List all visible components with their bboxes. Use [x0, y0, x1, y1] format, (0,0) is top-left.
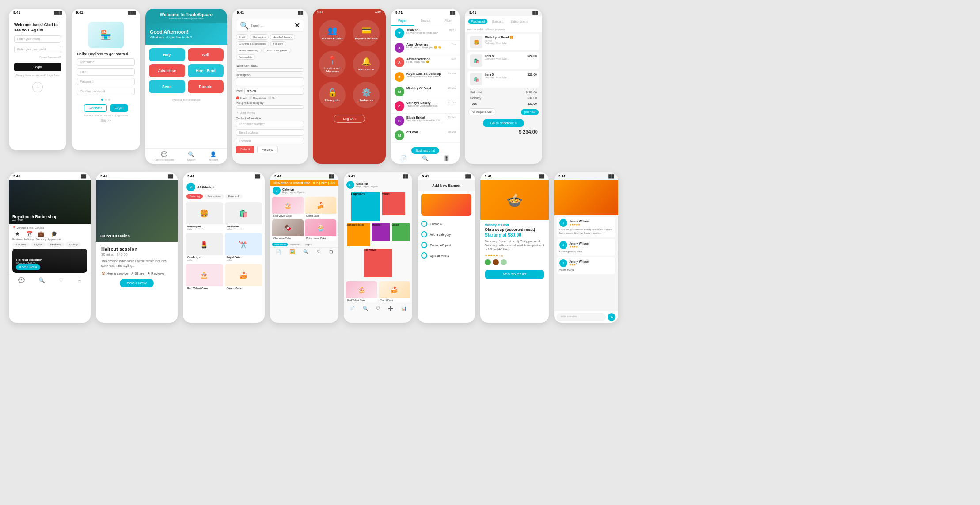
desc-input[interactable]: [236, 77, 304, 86]
product-royal[interactable]: ✂️ Royal Cuts... seller: [225, 233, 262, 262]
bubble-vegan[interactable]: Vegan: [382, 192, 405, 215]
bubble-red-velvet[interactable]: Red Velvet: [364, 249, 392, 277]
tag-outdoors[interactable]: Outdoors & garden: [263, 48, 292, 53]
tab-filter[interactable]: Filter: [437, 16, 460, 26]
sell-button[interactable]: Sell: [188, 48, 224, 61]
product-ministry[interactable]: 🍔 Ministry of... seller: [186, 202, 223, 231]
bubble-custom[interactable]: Custom: [392, 223, 410, 241]
close-icon-search[interactable]: ✕: [294, 21, 300, 30]
register-link[interactable]: Already have an account? Login Now: [14, 74, 61, 77]
stat-apprentice[interactable]: 🎓 Apprentice: [48, 231, 61, 241]
nav-search-bk[interactable]: 🔍: [303, 249, 308, 254]
tab-standard[interactable]: Standard: [489, 19, 506, 24]
password-field-reg[interactable]: Password: [77, 78, 135, 85]
tag-auto[interactable]: Automobile: [236, 54, 255, 60]
tag-cupcakes[interactable]: cupcakes: [289, 243, 302, 246]
nav-search[interactable]: 🔍 Search: [187, 151, 195, 161]
color-green[interactable]: [485, 259, 491, 265]
suspend-cart-button[interactable]: ⊘ suspend cart: [468, 108, 496, 115]
tab-free[interactable]: Free stuff: [225, 194, 243, 199]
account-profiles-item[interactable]: 👥 Account Profiles: [319, 20, 346, 46]
tag-electronics[interactable]: Electronics: [250, 34, 269, 40]
nav-filter-bk[interactable]: ⊟: [329, 249, 333, 254]
services-btn[interactable]: Services: [12, 242, 30, 247]
logout-button[interactable]: Log Out: [334, 115, 365, 123]
item-rv-2[interactable]: 🎂 Red Velvet Cake: [346, 281, 377, 302]
msg-food[interactable]: M of Food 18 Mar: [391, 128, 460, 143]
nav-plus-bk2[interactable]: ➕: [388, 306, 393, 311]
heart-icon-b[interactable]: ♡: [59, 277, 64, 283]
home-service-icon[interactable]: 🏠 Home service: [101, 272, 128, 275]
account-link[interactable]: Already have an account? Login Now: [77, 114, 135, 117]
tab-resume[interactable]: resume order: [467, 28, 483, 31]
price-input[interactable]: $ 5.00: [244, 88, 304, 95]
bubble-signature[interactable]: Signature cakes: [347, 223, 370, 246]
tag-pet[interactable]: Pet care: [270, 41, 286, 46]
password-field[interactable]: Enter your password: [14, 46, 61, 53]
preview-button[interactable]: Preview: [257, 146, 278, 153]
tag-promotions[interactable]: promotions: [272, 243, 288, 246]
nav-pages-icon[interactable]: 📄: [401, 155, 407, 161]
mybio-btn[interactable]: MyBio: [31, 242, 46, 247]
location-input[interactable]: Location: [236, 138, 304, 144]
cart-item-2[interactable]: 🛍️ Item 5 Delivery: Mon, Mar ... $20.00: [467, 71, 539, 88]
radio-bid[interactable]: ⬜ Bid: [268, 96, 276, 99]
email-input[interactable]: Email address: [236, 129, 304, 136]
nav-search-bk2[interactable]: 🔍: [363, 306, 368, 311]
stat-reviews[interactable]: ★ Reviews: [12, 231, 23, 241]
cart-item-1[interactable]: 🛍️ Item 5 Delivery: Mon, Mar ... $24.00: [467, 52, 539, 69]
tag-health[interactable]: Health & beauty: [270, 34, 295, 40]
nav-visuals-bk[interactable]: 🖼️: [289, 249, 295, 254]
login-btn-reg[interactable]: Login: [110, 104, 128, 112]
msg-ministry1[interactable]: M Ministry Of Food 18 Mar: [391, 84, 460, 99]
nav-filter-icon[interactable]: 🎚️: [443, 155, 450, 161]
msg-azuri[interactable]: A Azuri Jewelers Hi all, super, thank yo…: [391, 41, 460, 55]
msg-tradesq[interactable]: T Tradesq... Hi, your order is on its wa…: [391, 26, 460, 41]
search-icon-b[interactable]: 🔍: [38, 277, 45, 283]
option-create-ao[interactable]: Create AO post: [418, 240, 475, 250]
skip-link[interactable]: Skip >>: [77, 119, 135, 122]
bubble-wedding[interactable]: Wedding: [372, 223, 390, 241]
tab-delivery[interactable]: delivery: [485, 28, 494, 31]
tab-purchases[interactable]: Purchased: [468, 19, 487, 24]
book-now-button-b[interactable]: BOOK NOW: [16, 264, 40, 270]
forgot-password[interactable]: Forgot Password?: [14, 56, 61, 58]
email-field[interactable]: Enter your email: [14, 35, 61, 43]
tab-subscriptions[interactable]: Subscriptions: [508, 19, 530, 24]
donate-button[interactable]: Donate: [188, 80, 224, 93]
nav-fav-bk[interactable]: ♡: [317, 249, 321, 254]
tag-food[interactable]: Food: [236, 34, 248, 40]
preference-item[interactable]: ⚙️ Preference: [353, 82, 380, 108]
email-field-reg[interactable]: Email: [77, 68, 135, 76]
checkout-button[interactable]: Go to checkout >: [483, 119, 524, 127]
add-media-button[interactable]: ＋ Add Media: [236, 111, 304, 115]
category-select[interactable]: [236, 105, 304, 109]
book-now-button-h[interactable]: BOOK NOW: [120, 279, 154, 287]
product-cake1[interactable]: 🎂 Red Velvet Cake: [186, 264, 223, 291]
tab-payment[interactable]: payment: [495, 28, 505, 31]
msg-afrimarket[interactable]: A AfrimarketPlace Hi all, thank you 😊 Su…: [391, 55, 460, 70]
review-text-input[interactable]: write a review...: [557, 313, 606, 321]
social-login-icon[interactable]: ○: [32, 82, 43, 92]
tab-promotions[interactable]: Promotions: [204, 194, 224, 199]
nav-pages-bk2[interactable]: 📄: [349, 306, 355, 311]
gallery-btn[interactable]: Gallery: [65, 242, 81, 247]
tag-home[interactable]: Home furnishing: [236, 48, 262, 53]
cart-item-ministry[interactable]: 🍔 Ministry of Food 🍔 Item 5 Delivery: Mo…: [467, 34, 539, 50]
share-icon-h[interactable]: ↗ Share: [131, 272, 144, 275]
product-afrimarket[interactable]: 🛍️ AfriMarket... seller: [225, 202, 262, 231]
stat-vacancy[interactable]: 💼 Vacancy: [36, 231, 46, 241]
bubble-cupcakes[interactable]: Cupcakes: [351, 192, 380, 221]
privacy-info-item[interactable]: 🔒 Privacy Info: [319, 82, 346, 108]
tab-trending[interactable]: Trending: [186, 194, 203, 199]
item-cc-2[interactable]: 🍰 Carrot Cake: [379, 281, 410, 302]
nav-account[interactable]: 👤 Account: [209, 151, 218, 161]
nav-communications[interactable]: 💬 Communications: [155, 151, 175, 161]
advertise-button[interactable]: Advertise: [149, 64, 185, 77]
option-create-ai[interactable]: Create ai: [418, 218, 475, 229]
submit-button[interactable]: Submit: [236, 146, 254, 153]
msg-blush[interactable]: B Blush Bridal Yes, we ship nationwide. …: [391, 114, 460, 128]
send-review-button[interactable]: ➤: [608, 313, 615, 321]
radio-fixed[interactable]: 🔴 Fixed: [236, 96, 247, 99]
pay-now-button[interactable]: pay now: [521, 109, 539, 115]
